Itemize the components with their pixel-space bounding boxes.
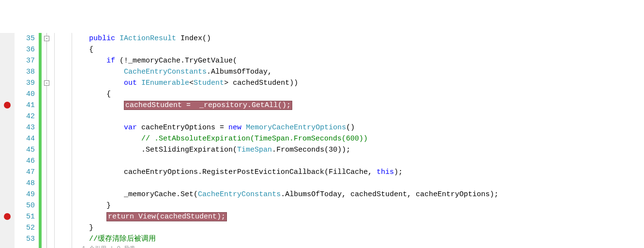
token-ident: TryGetValue (185, 57, 233, 65)
token-punc: ( (233, 146, 237, 154)
token-ident: FromSeconds (276, 146, 324, 154)
code-line[interactable]: out IEnumerable<Student> cachedStudent)) (53, 78, 644, 89)
line-number: 46 (15, 155, 35, 167)
token-punc: () (346, 124, 355, 132)
code-line[interactable]: return View(cachedStudent); (53, 211, 644, 222)
code-line[interactable]: { (53, 89, 644, 100)
code-line[interactable]: _memoryCache.Set(CacheEntryConstants.Alb… (53, 189, 644, 200)
code-line[interactable] (53, 155, 644, 167)
token-kw: public (89, 34, 115, 43)
token-punc: , (342, 190, 350, 199)
code-line[interactable]: if (!_memoryCache.TryGetValue( (53, 55, 644, 66)
token-punc: . (207, 68, 211, 76)
code-line[interactable]: cacheEntryOptions.RegisterPostEvictionCa… (53, 167, 644, 178)
token-punc: , (268, 68, 272, 76)
fold-toggle-icon[interactable]: - (44, 80, 49, 86)
line-number: 41 (15, 100, 35, 111)
token-ident: SetSlidingExpiration (146, 146, 233, 154)
token-type: IActionResult (120, 34, 176, 43)
code-line[interactable]: .SetSlidingExpiration(TimeSpan.FromSecon… (53, 144, 644, 155)
indent-guide (54, 33, 55, 248)
code-line[interactable]: cachedStudent = _repository.GetAll(); (53, 100, 644, 111)
code-line[interactable] (53, 178, 644, 189)
code-line[interactable]: } (53, 222, 644, 233)
token-comment: // .SetAbsoluteExpiration(TimeSpan.FromS… (141, 135, 368, 143)
code-line[interactable]: var cacheEntryOptions = new MemoryCacheE… (53, 122, 644, 133)
codelens-sep: | (106, 246, 117, 248)
token-type: Student (194, 79, 224, 87)
token-comment: //缓存清除后被调用 (89, 235, 156, 243)
token-punc: ); (490, 190, 498, 199)
line-number: 48 (15, 178, 35, 189)
token-punc: (!_memoryCache. (115, 57, 185, 65)
token-ident: AlbumsOfToday (285, 190, 342, 199)
token-type: MemoryCacheEntryOptions (246, 124, 346, 132)
codelens-exceptions[interactable]: 0 异常 (117, 246, 135, 248)
token-punc: , (368, 168, 376, 176)
token-ident: _memoryCache (124, 190, 176, 199)
token-punc: > (224, 79, 233, 87)
line-number: 51 (15, 211, 35, 222)
breakpoint-gutter[interactable] (0, 33, 15, 248)
token-ident: AlbumsOfToday (211, 68, 268, 76)
token-ident: cacheEntryOptions (416, 190, 490, 199)
fold-guide-line (46, 33, 47, 248)
line-number: 45 (15, 144, 35, 155)
token-punc: = (215, 124, 228, 132)
indent-guide (72, 33, 72, 248)
token-punc: { (89, 46, 93, 54)
token-punc (137, 79, 141, 87)
codelens-references[interactable]: 1 个引用 (82, 246, 106, 248)
line-number: 39 (15, 78, 35, 89)
code-line[interactable]: { (53, 44, 644, 55)
breakpoint-icon[interactable] (4, 213, 11, 220)
code-line[interactable]: // .SetAbsoluteExpiration(TimeSpan.FromS… (53, 133, 644, 144)
line-number: 37 (15, 55, 35, 66)
token-punc: ( (233, 57, 237, 65)
token-ident: cachedStudent (350, 190, 407, 199)
code-line[interactable]: CacheEntryConstants.AlbumsOfToday, (53, 66, 644, 78)
token-ident: FillCache (329, 168, 368, 176)
token-ident: Set (180, 190, 194, 199)
line-number: 43 (15, 122, 35, 133)
token-punc: ( (324, 168, 329, 176)
token-ident: Index (180, 34, 202, 43)
breakpoint-icon[interactable] (4, 102, 11, 108)
token-punc: } (89, 224, 93, 232)
token-ident: cacheEntryOptions (124, 168, 198, 176)
token-punc: ( (324, 146, 329, 154)
code-line[interactable]: //缓存清除后被调用 (53, 233, 644, 245)
token-type: CacheEntryConstants (198, 190, 281, 199)
token-ident: cachedStudent (233, 79, 289, 87)
token-punc: . (198, 168, 202, 176)
token-ident: RegisterPostEvictionCallback (202, 168, 324, 176)
token-punc: . (281, 190, 285, 199)
token-punc: } (106, 202, 111, 210)
code-editor[interactable]: 3536373839404142434445464748495051525354… (0, 33, 644, 248)
token-punc: ( (194, 190, 198, 199)
code-line[interactable] (53, 111, 644, 122)
code-line[interactable]: public IActionResult Index() (53, 33, 644, 44)
token-punc (241, 124, 246, 132)
code-area[interactable]: public IActionResult Index() { if (!_mem… (53, 33, 644, 248)
token-kw: out (124, 79, 137, 87)
fold-gutter[interactable]: --- (43, 33, 53, 248)
line-number: 44 (15, 133, 35, 144)
token-ident: cacheEntryOptions (141, 124, 215, 132)
fold-toggle-icon[interactable]: - (44, 36, 49, 41)
token-punc: . (141, 146, 146, 154)
token-kw: this (376, 168, 394, 176)
token-punc (137, 124, 141, 132)
codelens-row[interactable]: 1 个引用 | 0 异常 (53, 245, 644, 248)
line-number: 36 (15, 44, 35, 55)
line-number: 49 (15, 189, 35, 200)
line-number: 47 (15, 167, 35, 178)
token-punc (176, 34, 180, 43)
token-num: 30 (329, 146, 337, 154)
token-kw: new (228, 124, 241, 132)
token-punc: () (202, 34, 211, 43)
line-number: 38 (15, 66, 35, 78)
highlighted-code: cachedStudent = _repository.GetAll(); (124, 101, 292, 110)
code-line[interactable]: } (53, 200, 644, 211)
token-punc (115, 34, 120, 43)
